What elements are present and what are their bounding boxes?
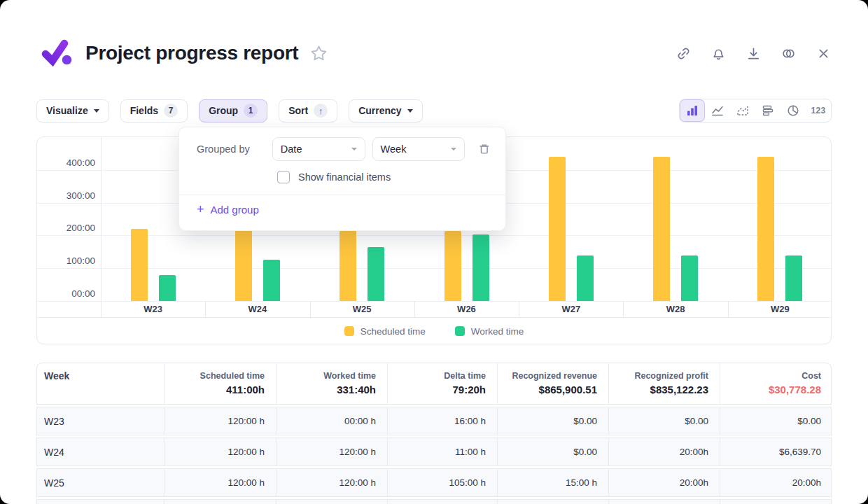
visualize-button[interactable]: Visualize bbox=[36, 99, 109, 122]
group-rule-row: Grouped by Date Week bbox=[197, 137, 491, 161]
area-chart-view-icon[interactable] bbox=[730, 99, 755, 122]
table-cell: W25 bbox=[37, 469, 164, 496]
group-field-select[interactable]: Date bbox=[272, 137, 365, 161]
bar-scheduled-time bbox=[131, 229, 148, 301]
report-header: Project progress report bbox=[41, 35, 832, 71]
sort-button[interactable]: Sort ↑ bbox=[279, 99, 337, 122]
column-total: 79:20h bbox=[399, 382, 486, 397]
notifications-bell-icon[interactable] bbox=[710, 46, 727, 62]
chevron-down-icon bbox=[94, 109, 99, 113]
bar-worked-time bbox=[263, 260, 280, 301]
column-label: Worked time bbox=[288, 370, 376, 382]
legend-label: Scheduled time bbox=[360, 326, 426, 337]
table-cell: 20:00h bbox=[608, 469, 720, 496]
table-cell bbox=[387, 500, 497, 504]
add-group-label: Add group bbox=[211, 204, 259, 216]
y-axis-label: 100:00 bbox=[42, 255, 95, 267]
copy-link-icon[interactable] bbox=[676, 46, 692, 62]
column-total: $835,122.23 bbox=[620, 382, 708, 397]
show-financial-row: Show financial items bbox=[277, 170, 391, 184]
table-header-row: WeekScheduled time411:00hWorked time331:… bbox=[36, 363, 832, 405]
column-total: $865,900.51 bbox=[509, 382, 597, 397]
chevron-down-icon bbox=[407, 109, 413, 113]
toolbar: Visualize Fields 7 Group 1 Sort ↑ Curren… bbox=[36, 99, 832, 122]
download-icon[interactable] bbox=[746, 46, 762, 62]
table-cell: 120:00 h bbox=[164, 438, 276, 465]
table-row[interactable]: W24120:00 h120:00 h11:00 h$0.0020:00h$6,… bbox=[36, 438, 832, 466]
horizontal-bar-chart-view-icon[interactable] bbox=[755, 99, 780, 122]
chevron-down-icon bbox=[351, 148, 357, 150]
table-cell: 120:00 h bbox=[276, 438, 387, 465]
legend-item[interactable]: Scheduled time bbox=[344, 326, 426, 337]
visualize-label: Visualize bbox=[46, 105, 88, 116]
chevron-down-icon bbox=[451, 148, 456, 150]
table-cell: W24 bbox=[37, 438, 164, 465]
group-popover: Grouped by Date Week Show financial item… bbox=[178, 127, 506, 231]
bar-worked-time bbox=[472, 234, 489, 301]
table-header-cell[interactable]: Week bbox=[37, 363, 164, 404]
line-chart-view-icon[interactable] bbox=[705, 99, 730, 122]
table-cell bbox=[276, 500, 387, 504]
table-header-cell[interactable]: Recognized profit$835,122.23 bbox=[608, 363, 720, 404]
bar-worked-time bbox=[577, 255, 594, 301]
bar-chart-view-icon[interactable] bbox=[680, 99, 705, 122]
column-label: Week bbox=[44, 370, 153, 382]
close-icon[interactable] bbox=[816, 46, 832, 62]
table-header-cell[interactable]: Worked time331:40h bbox=[276, 363, 387, 404]
legend-item[interactable]: Worked time bbox=[455, 326, 524, 337]
plus-icon: + bbox=[197, 203, 204, 216]
table-row[interactable]: W23120:00 h00:00 h16:00 h$0.00$0.00$0.00 bbox=[36, 407, 832, 435]
x-axis-label: W23 bbox=[101, 301, 205, 317]
x-axis-label: W27 bbox=[519, 301, 623, 317]
bar-scheduled-time bbox=[340, 230, 356, 301]
column-label: Recognized profit bbox=[620, 370, 708, 382]
group-interval-select[interactable]: Week bbox=[372, 137, 465, 161]
table-row-partial[interactable] bbox=[36, 499, 832, 504]
table-header-cell[interactable]: Scheduled time411:00h bbox=[164, 363, 276, 404]
table-header-cell[interactable]: Delta time79:20h bbox=[387, 363, 497, 404]
sort-direction-icon: ↑ bbox=[314, 104, 328, 118]
column-total: 411:00h bbox=[176, 382, 265, 397]
add-group-button[interactable]: + Add group bbox=[197, 203, 259, 216]
table-cell: W23 bbox=[37, 407, 164, 435]
legend-label: Worked time bbox=[471, 326, 524, 337]
table-cell: $6,639.70 bbox=[720, 438, 832, 465]
pie-chart-view-icon[interactable] bbox=[780, 99, 806, 122]
table-cell: 11:00 h bbox=[387, 438, 497, 465]
table-cell: 105:00 h bbox=[387, 469, 497, 496]
group-button[interactable]: Group 1 bbox=[199, 99, 267, 122]
favorite-star-icon[interactable] bbox=[309, 44, 328, 63]
numbers-view-icon[interactable]: 123 bbox=[806, 99, 831, 122]
legend-swatch bbox=[344, 326, 354, 336]
table-cell: 16:00 h bbox=[387, 407, 497, 435]
bar-worked-time bbox=[368, 247, 384, 301]
show-financial-checkbox[interactable] bbox=[277, 171, 290, 183]
fields-count-badge: 7 bbox=[164, 104, 178, 118]
bar-scheduled-time bbox=[549, 157, 566, 301]
delete-group-icon[interactable] bbox=[477, 142, 491, 156]
y-axis-label: 300:00 bbox=[42, 190, 95, 202]
currency-button[interactable]: Currency bbox=[349, 99, 422, 122]
table-cell: 15:00 h bbox=[497, 469, 608, 496]
y-axis-label: 400:00 bbox=[42, 157, 95, 169]
x-axis-label: W26 bbox=[414, 301, 519, 317]
table-body: W23120:00 h00:00 h16:00 h$0.00$0.00$0.00… bbox=[36, 407, 832, 504]
table-cell bbox=[164, 500, 276, 504]
header-actions bbox=[676, 46, 832, 62]
table-cell: 120:00 h bbox=[164, 469, 276, 496]
table-row[interactable]: W25120:00 h120:00 h105:00 h15:00 h20:00h… bbox=[36, 468, 832, 497]
table-cell bbox=[497, 500, 608, 504]
chart-type-switcher: 123 bbox=[679, 99, 832, 122]
column-label: Recognized revenue bbox=[509, 370, 597, 382]
bar-worked-time bbox=[681, 255, 698, 301]
column-label: Delta time bbox=[399, 370, 486, 382]
x-axis-label: W28 bbox=[623, 301, 727, 317]
column-total: $30,778.28 bbox=[732, 382, 821, 397]
table-header-cell[interactable]: Cost$30,778.28 bbox=[720, 363, 832, 404]
table-header-cell[interactable]: Recognized revenue$865,900.51 bbox=[497, 363, 608, 404]
column-label: Scheduled time bbox=[176, 370, 265, 382]
bar-scheduled-time bbox=[757, 157, 774, 301]
table-cell: $0.00 bbox=[497, 407, 608, 435]
fields-button[interactable]: Fields 7 bbox=[120, 99, 188, 122]
merge-circles-icon[interactable] bbox=[780, 46, 797, 62]
